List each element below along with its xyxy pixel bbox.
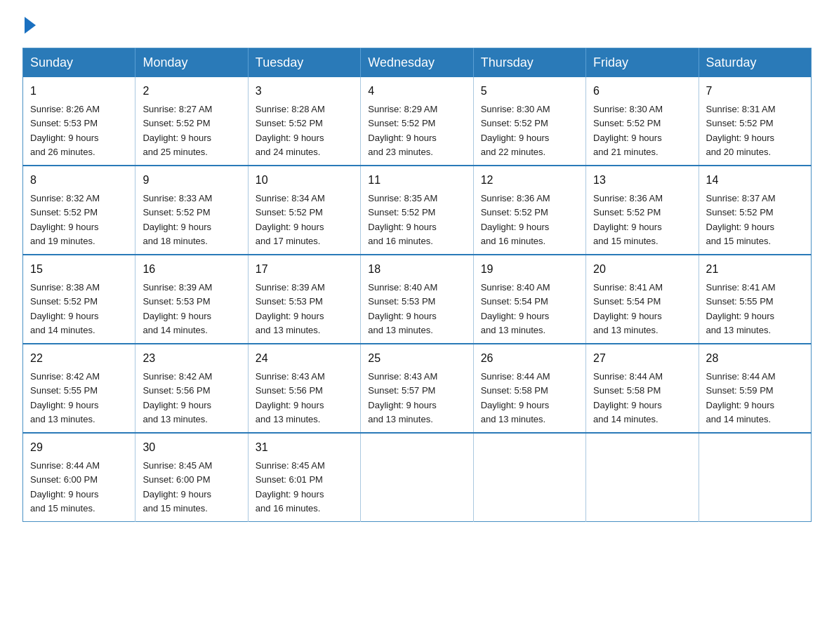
- calendar-cell: 9Sunrise: 8:33 AMSunset: 5:52 PMDaylight…: [135, 166, 248, 255]
- day-number: 23: [143, 350, 240, 367]
- day-number: 6: [593, 83, 691, 100]
- day-number: 13: [593, 172, 691, 189]
- weekday-header-tuesday: Tuesday: [248, 48, 360, 78]
- day-info: Sunrise: 8:32 AMSunset: 5:52 PMDaylight:…: [30, 193, 100, 246]
- calendar-cell: 16Sunrise: 8:39 AMSunset: 5:53 PMDayligh…: [135, 255, 248, 344]
- day-number: 18: [368, 261, 465, 278]
- weekday-header-saturday: Saturday: [699, 48, 811, 78]
- day-number: 25: [368, 350, 465, 367]
- day-info: Sunrise: 8:33 AMSunset: 5:52 PMDaylight:…: [143, 193, 212, 246]
- calendar-cell: 23Sunrise: 8:42 AMSunset: 5:56 PMDayligh…: [135, 344, 248, 433]
- day-number: 29: [30, 439, 128, 456]
- day-number: 30: [143, 439, 240, 456]
- day-number: 24: [256, 350, 353, 367]
- logo-triangle-icon: [25, 17, 36, 34]
- calendar-cell: 22Sunrise: 8:42 AMSunset: 5:55 PMDayligh…: [23, 344, 135, 433]
- weekday-header-row: SundayMondayTuesdayWednesdayThursdayFrid…: [23, 48, 812, 78]
- calendar-week-row: 22Sunrise: 8:42 AMSunset: 5:55 PMDayligh…: [23, 344, 812, 433]
- logo-area: [22, 17, 36, 35]
- calendar-cell: 24Sunrise: 8:43 AMSunset: 5:56 PMDayligh…: [248, 344, 360, 433]
- calendar-cell: 2Sunrise: 8:27 AMSunset: 5:52 PMDaylight…: [135, 77, 248, 166]
- day-info: Sunrise: 8:31 AMSunset: 5:52 PMDaylight:…: [706, 104, 776, 157]
- calendar-cell: [361, 433, 473, 522]
- day-number: 20: [593, 261, 691, 278]
- day-number: 4: [368, 83, 465, 100]
- day-info: Sunrise: 8:27 AMSunset: 5:52 PMDaylight:…: [143, 104, 212, 157]
- day-number: 15: [30, 261, 128, 278]
- calendar-header: SundayMondayTuesdayWednesdayThursdayFrid…: [23, 48, 812, 78]
- calendar-body: 1Sunrise: 8:26 AMSunset: 5:53 PMDaylight…: [23, 77, 812, 522]
- day-number: 14: [706, 172, 804, 189]
- calendar-cell: 18Sunrise: 8:40 AMSunset: 5:53 PMDayligh…: [361, 255, 473, 344]
- day-number: 19: [481, 261, 578, 278]
- day-info: Sunrise: 8:40 AMSunset: 5:54 PMDaylight:…: [481, 282, 550, 335]
- day-info: Sunrise: 8:36 AMSunset: 5:52 PMDaylight:…: [593, 193, 663, 246]
- calendar-cell: 4Sunrise: 8:29 AMSunset: 5:52 PMDaylight…: [361, 77, 473, 166]
- calendar-cell: 7Sunrise: 8:31 AMSunset: 5:52 PMDaylight…: [699, 77, 811, 166]
- calendar-cell: 3Sunrise: 8:28 AMSunset: 5:52 PMDaylight…: [248, 77, 360, 166]
- weekday-header-monday: Monday: [135, 48, 248, 78]
- weekday-header-wednesday: Wednesday: [361, 48, 473, 78]
- header: [22, 17, 812, 35]
- day-number: 17: [256, 261, 353, 278]
- day-info: Sunrise: 8:38 AMSunset: 5:52 PMDaylight:…: [30, 282, 100, 335]
- day-info: Sunrise: 8:34 AMSunset: 5:52 PMDaylight:…: [256, 193, 325, 246]
- day-number: 27: [593, 350, 691, 367]
- logo-blue-part: [22, 17, 36, 36]
- day-number: 5: [481, 83, 578, 100]
- calendar-cell: 11Sunrise: 8:35 AMSunset: 5:52 PMDayligh…: [361, 166, 473, 255]
- day-info: Sunrise: 8:37 AMSunset: 5:52 PMDaylight:…: [706, 193, 776, 246]
- day-number: 26: [481, 350, 578, 367]
- calendar-cell: [699, 433, 811, 522]
- calendar-cell: 5Sunrise: 8:30 AMSunset: 5:52 PMDaylight…: [473, 77, 585, 166]
- calendar-cell: 21Sunrise: 8:41 AMSunset: 5:55 PMDayligh…: [699, 255, 811, 344]
- day-info: Sunrise: 8:41 AMSunset: 5:54 PMDaylight:…: [593, 282, 663, 335]
- day-info: Sunrise: 8:28 AMSunset: 5:52 PMDaylight:…: [256, 104, 325, 157]
- day-info: Sunrise: 8:30 AMSunset: 5:52 PMDaylight:…: [593, 104, 663, 157]
- day-number: 1: [30, 83, 128, 100]
- day-number: 12: [481, 172, 578, 189]
- day-info: Sunrise: 8:39 AMSunset: 5:53 PMDaylight:…: [143, 282, 212, 335]
- day-info: Sunrise: 8:30 AMSunset: 5:52 PMDaylight:…: [481, 104, 550, 157]
- calendar-cell: 28Sunrise: 8:44 AMSunset: 5:59 PMDayligh…: [699, 344, 811, 433]
- calendar-cell: [473, 433, 585, 522]
- calendar-cell: 29Sunrise: 8:44 AMSunset: 6:00 PMDayligh…: [23, 433, 135, 522]
- calendar-week-row: 8Sunrise: 8:32 AMSunset: 5:52 PMDaylight…: [23, 166, 812, 255]
- calendar-cell: 6Sunrise: 8:30 AMSunset: 5:52 PMDaylight…: [586, 77, 699, 166]
- calendar-cell: 25Sunrise: 8:43 AMSunset: 5:57 PMDayligh…: [361, 344, 473, 433]
- day-info: Sunrise: 8:42 AMSunset: 5:56 PMDaylight:…: [143, 371, 212, 424]
- day-number: 31: [256, 439, 353, 456]
- calendar-cell: [586, 433, 699, 522]
- day-number: 3: [256, 83, 353, 100]
- day-info: Sunrise: 8:45 AMSunset: 6:01 PMDaylight:…: [256, 460, 325, 514]
- day-number: 8: [30, 172, 128, 189]
- day-number: 28: [706, 350, 804, 367]
- weekday-header-friday: Friday: [586, 48, 699, 78]
- weekday-header-sunday: Sunday: [23, 48, 135, 78]
- calendar-cell: 13Sunrise: 8:36 AMSunset: 5:52 PMDayligh…: [586, 166, 699, 255]
- calendar-cell: 31Sunrise: 8:45 AMSunset: 6:01 PMDayligh…: [248, 433, 360, 522]
- day-info: Sunrise: 8:45 AMSunset: 6:00 PMDaylight:…: [143, 460, 212, 514]
- calendar-cell: 26Sunrise: 8:44 AMSunset: 5:58 PMDayligh…: [473, 344, 585, 433]
- day-info: Sunrise: 8:43 AMSunset: 5:56 PMDaylight:…: [256, 371, 325, 424]
- calendar-cell: 12Sunrise: 8:36 AMSunset: 5:52 PMDayligh…: [473, 166, 585, 255]
- calendar-cell: 30Sunrise: 8:45 AMSunset: 6:00 PMDayligh…: [135, 433, 248, 522]
- calendar-cell: 14Sunrise: 8:37 AMSunset: 5:52 PMDayligh…: [699, 166, 811, 255]
- day-info: Sunrise: 8:44 AMSunset: 5:58 PMDaylight:…: [481, 371, 550, 424]
- calendar-cell: 8Sunrise: 8:32 AMSunset: 5:52 PMDaylight…: [23, 166, 135, 255]
- day-info: Sunrise: 8:44 AMSunset: 5:58 PMDaylight:…: [593, 371, 663, 424]
- day-number: 7: [706, 83, 804, 100]
- day-number: 16: [143, 261, 240, 278]
- calendar-table: SundayMondayTuesdayWednesdayThursdayFrid…: [22, 48, 812, 522]
- day-number: 10: [256, 172, 353, 189]
- day-info: Sunrise: 8:41 AMSunset: 5:55 PMDaylight:…: [706, 282, 776, 335]
- weekday-header-thursday: Thursday: [473, 48, 585, 78]
- day-info: Sunrise: 8:36 AMSunset: 5:52 PMDaylight:…: [481, 193, 550, 246]
- calendar-cell: 20Sunrise: 8:41 AMSunset: 5:54 PMDayligh…: [586, 255, 699, 344]
- calendar-cell: 27Sunrise: 8:44 AMSunset: 5:58 PMDayligh…: [586, 344, 699, 433]
- calendar-week-row: 15Sunrise: 8:38 AMSunset: 5:52 PMDayligh…: [23, 255, 812, 344]
- day-info: Sunrise: 8:43 AMSunset: 5:57 PMDaylight:…: [368, 371, 437, 424]
- logo-wrap: [22, 17, 36, 36]
- day-info: Sunrise: 8:44 AMSunset: 6:00 PMDaylight:…: [30, 460, 100, 514]
- day-info: Sunrise: 8:42 AMSunset: 5:55 PMDaylight:…: [30, 371, 100, 424]
